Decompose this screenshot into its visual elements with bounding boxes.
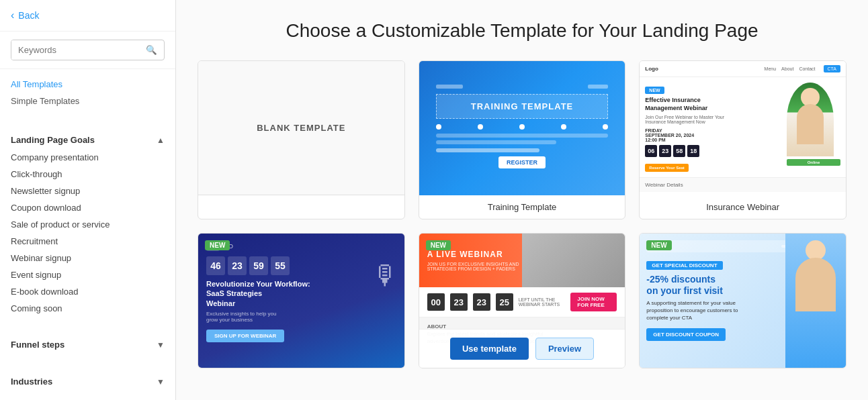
template-card-insurance[interactable]: Logo Menu About Contact CTA NEW Effectiv… (639, 60, 847, 219)
back-label: Back (18, 10, 39, 21)
saas-sub: Exclusive insights to help yougrow your … (206, 311, 396, 323)
landing-page-goals-title: Landing Page Goals (11, 135, 95, 145)
lw-hero-sub: JOIN US FOR EXCLUSIVE INSIGHTS ANDSTRATE… (427, 262, 519, 271)
insurance-header: Logo Menu About Contact CTA (640, 61, 846, 77)
dc-cta-btn: GET DISCOUNT COUPON (646, 328, 726, 341)
chevron-down-icon-funnel: ▼ (157, 340, 165, 350)
training-template-label: Training Template (419, 195, 625, 219)
lw-timer-section: 00 23 23 25 LEFT UNTIL THE WEBINAR START… (419, 287, 625, 317)
lw-hero-image (522, 234, 625, 287)
search-input[interactable] (11, 40, 139, 60)
template-preview-blank: BLANK TEMPLATE (198, 61, 404, 195)
goal-item-newsletter-signup[interactable]: Newsletter signup (11, 183, 165, 199)
insurance-template-label: Insurance Webinar (640, 195, 846, 219)
sidebar-item-simple-templates[interactable]: Simple Templates (11, 93, 165, 109)
template-card-live-webinar[interactable]: NEW A LIVE WEBINAR JOIN US FOR EXCLUSIVE… (419, 233, 626, 368)
saas-new-badge: NEW (205, 240, 230, 250)
saas-heading: Revolutionize Your Workflow:SaaS Strateg… (206, 279, 396, 308)
insurance-register-btn: Reserve Your Seat (645, 164, 688, 172)
lw-hero-content: A LIVE WEBINAR JOIN US FOR EXCLUSIVE INS… (427, 250, 519, 270)
insurance-timer: 06 23 58 18 (645, 145, 781, 157)
landing-page-goals-section: Landing Page Goals ▲ Company presentatio… (0, 123, 175, 317)
industries-header[interactable]: Industries ▼ (11, 371, 165, 391)
page-title: Choose a Customizable Template for Your … (198, 20, 847, 42)
discount-new-badge: NEW (646, 240, 671, 250)
insurance-right: Online (787, 83, 840, 172)
template-preview-insurance: Logo Menu About Contact CTA NEW Effectiv… (640, 61, 846, 195)
search-wrap: 🔍 (11, 40, 165, 60)
insurance-person-graphic (787, 83, 834, 156)
search-button[interactable]: 🔍 (139, 40, 164, 60)
dc-sub: A supporting statement for your valuepro… (646, 299, 781, 322)
training-button: REGISTER (498, 156, 546, 168)
funnel-steps-section: Funnel steps ▼ (0, 328, 175, 354)
insurance-heading: Effective InsuranceManagement Webinar (645, 97, 781, 112)
template-card-saas[interactable]: NEW GO 46 23 59 55 Revolutionize Your Wo… (198, 233, 405, 368)
lw-hero-text: A LIVE WEBINAR (427, 250, 519, 259)
insurance-sub: Join Our Free Webinar to Master YourInsu… (645, 115, 781, 124)
goal-item-sale[interactable]: Sale of product or service (11, 216, 165, 233)
dc-inner: GET SPECIAL DISCOUNT -25% discountson yo… (640, 234, 846, 368)
use-template-button[interactable]: Use template (450, 338, 529, 360)
templates-grid: BLANK TEMPLATE TRAINING TEMPLATE (198, 60, 847, 368)
insurance-tag: NEW (645, 87, 664, 94)
chevron-down-icon-industries: ▼ (157, 377, 165, 387)
goal-item-company-presentation[interactable]: Company presentation (11, 149, 165, 166)
dc-content: GET SPECIAL DISCOUNT -25% discountson yo… (646, 258, 781, 341)
saas-timer: 46 23 59 55 (206, 256, 396, 275)
preview-button[interactable]: Preview (535, 338, 594, 360)
sidebar: ‹ Back 🔍 All Templates Simple Templates … (0, 0, 176, 400)
chevron-up-icon: ▲ (157, 136, 165, 145)
dc-person (785, 234, 846, 368)
search-section: 🔍 (0, 32, 175, 69)
chevron-left-icon: ‹ (11, 9, 14, 21)
funnel-steps-title: Funnel steps (11, 340, 64, 350)
goal-item-coupon-download[interactable]: Coupon download (11, 199, 165, 216)
goal-item-event-signup[interactable]: Event signup (11, 266, 165, 283)
main-content: Choose a Customizable Template for Your … (176, 0, 868, 400)
live-webinar-new-badge: NEW (426, 240, 451, 250)
saas-inner: GO 46 23 59 55 Revolutionize Your Workfl… (198, 234, 404, 368)
goal-item-recruitment[interactable]: Recruitment (11, 233, 165, 250)
training-inner: TRAINING TEMPLATE REGISTER (429, 78, 615, 179)
blank-template-label: BLANK TEMPLATE (257, 123, 345, 133)
goal-item-coming-soon[interactable]: Coming soon (11, 300, 165, 317)
insurance-cta: CTA (824, 65, 840, 72)
live-webinar-hover-overlay: Use template Preview (419, 329, 625, 368)
insurance-left: NEW Effective InsuranceManagement Webina… (645, 83, 781, 172)
microphone-icon: 🎙 (372, 260, 399, 291)
goal-item-webinar-signup[interactable]: Webinar signup (11, 250, 165, 266)
landing-page-goals-header[interactable]: Landing Page Goals ▲ (11, 130, 165, 149)
insurance-inner: Logo Menu About Contact CTA NEW Effectiv… (640, 61, 846, 195)
funnel-steps-header[interactable]: Funnel steps ▼ (11, 334, 165, 354)
industries-title: Industries (11, 377, 52, 387)
template-preview-training: TRAINING TEMPLATE REGISTER (419, 61, 625, 195)
lw-join-btn: JOIN NOW FOR FREE (570, 293, 617, 311)
template-card-training[interactable]: TRAINING TEMPLATE REGISTER Training Temp… (419, 60, 626, 219)
template-preview-saas: GO 46 23 59 55 Revolutionize Your Workfl… (198, 234, 404, 368)
dc-tag: GET SPECIAL DISCOUNT (646, 261, 722, 270)
industries-section: Industries ▼ (0, 364, 175, 391)
sidebar-item-all-templates[interactable]: All Templates (11, 76, 165, 93)
saas-cta-btn: SIGN UP FOR WEBINAR (206, 330, 284, 342)
back-button[interactable]: ‹ Back (0, 0, 175, 32)
insurance-nav: Menu About Contact (765, 66, 816, 71)
insurance-body: NEW Effective InsuranceManagement Webina… (640, 77, 846, 177)
training-title-box: TRAINING TEMPLATE (436, 94, 608, 119)
lw-timer-label: LEFT UNTIL THE WEBINAR STARTS (519, 297, 566, 307)
dc-heading: -25% discountson your first visit (646, 274, 781, 297)
saas-logo-row: GO (206, 242, 396, 251)
template-nav: All Templates Simple Templates (0, 69, 175, 112)
dc-person-image (785, 234, 846, 368)
template-card-discount[interactable]: NEW (639, 233, 847, 368)
template-preview-discount: GET SPECIAL DISCOUNT -25% discountson yo… (640, 234, 846, 368)
insurance-date: FRIDAYSEPTEMBER 20, 202412:00 PM (645, 128, 781, 142)
goal-item-click-through[interactable]: Click-through (11, 166, 165, 183)
webinar-details: Webinar Details (640, 177, 846, 192)
training-dots (436, 124, 608, 130)
insurance-online-badge: Online (787, 159, 840, 166)
template-card-blank[interactable]: BLANK TEMPLATE (198, 60, 405, 219)
insurance-logo: Logo (645, 66, 658, 72)
goal-item-ebook-download[interactable]: E-book download (11, 283, 165, 300)
